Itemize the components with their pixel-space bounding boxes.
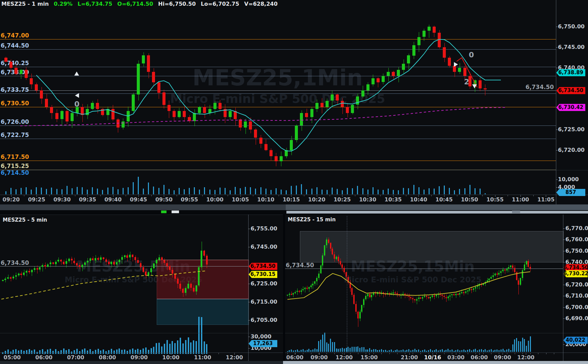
candle-body: [372, 78, 375, 84]
volume-bar: [42, 349, 43, 354]
volume-bar: [82, 187, 83, 194]
candle-body: [451, 294, 453, 295]
volume-bar: [385, 350, 386, 352]
time-axis-label: 06:00: [471, 354, 488, 361]
volume-bar: [473, 349, 474, 352]
candle-body: [392, 292, 394, 293]
candle-body: [249, 121, 252, 130]
candle-body: [443, 47, 446, 58]
candle-body: [122, 121, 125, 128]
volume-bar: [148, 350, 149, 354]
overview-mark-gray: [512, 211, 520, 213]
candle-body: [287, 295, 288, 296]
volume-bar: [140, 350, 141, 354]
candle-body: [35, 84, 38, 90]
volume-bar: [295, 350, 296, 352]
candle-body: [353, 295, 355, 304]
candle-body: [295, 292, 296, 293]
candle-body: [404, 294, 406, 295]
volume-bar: [414, 349, 415, 352]
candle-body: [377, 78, 380, 82]
candle-body: [193, 288, 195, 291]
volume-bar: [454, 351, 455, 352]
candle-wick: [450, 293, 450, 301]
volume-bar: [428, 350, 429, 352]
time-axis-label: 10:35: [385, 196, 402, 203]
scrollbar-handle-1min[interactable]: [286, 204, 588, 210]
volume-bar: [316, 187, 317, 194]
chart-1min-pane[interactable]: MESZ25 - 1 min 0.29% L=6,734.75 O=6,714.…: [0, 0, 588, 204]
axis-tick: [556, 47, 558, 48]
candle-wick: [72, 257, 72, 264]
candle-body: [299, 291, 300, 292]
volume-bar: [132, 348, 133, 354]
candle-body: [412, 45, 415, 56]
time-axis-label: 06:00: [35, 354, 53, 361]
time-axis-label: 12:00: [336, 354, 353, 361]
price-axis-label: 6,690.00: [565, 315, 588, 321]
candle-body: [134, 257, 136, 260]
swing-label: 0: [74, 100, 79, 108]
time-axis-minor-tick: [28, 353, 28, 354]
candle-body: [458, 68, 461, 72]
candle-body: [316, 278, 317, 281]
candle-body: [86, 109, 89, 115]
volume-bar: [31, 190, 32, 194]
candle-body: [443, 296, 445, 297]
last-price-left-label: 6,734.50: [1, 259, 29, 266]
candle-body: [90, 258, 91, 261]
candle-body: [524, 264, 525, 270]
candle-body: [20, 70, 23, 74]
volume-bar: [265, 189, 266, 194]
volume-bar: [293, 351, 294, 352]
session-break-line: [347, 216, 347, 353]
volume-bar: [399, 351, 400, 352]
volume-bar: [179, 188, 180, 194]
candle-body: [400, 295, 402, 296]
time-axis-minor-tick: [381, 353, 382, 354]
axis-tick: [556, 179, 558, 180]
axis-tick: [556, 130, 558, 130]
volume-bar: [55, 349, 56, 354]
volume-bar: [350, 348, 351, 352]
candle-wick: [409, 293, 409, 301]
volume-bar: [475, 188, 476, 194]
price-badge-cyan: 6,738.89: [556, 69, 585, 76]
candle-body: [408, 296, 410, 297]
volume-bar: [371, 350, 372, 352]
candle-body: [229, 111, 232, 117]
pane-divider-highlight: [286, 211, 588, 214]
candle-body: [463, 68, 466, 76]
candle-body: [264, 144, 267, 150]
volume-bar: [485, 193, 486, 194]
volume-bar: [204, 341, 205, 354]
candle-body: [4, 58, 7, 62]
candle-body: [36, 268, 38, 270]
candle-body: [132, 255, 133, 257]
time-axis-minor-tick: [457, 195, 457, 196]
volume-bar: [148, 183, 149, 194]
volume-bar: [204, 187, 205, 194]
volume-bar: [194, 187, 195, 194]
volume-bar: [367, 349, 368, 352]
scrollbar-track-bottom[interactable]: [0, 361, 283, 364]
candle-body: [326, 240, 327, 245]
candle-body: [375, 292, 376, 293]
axis-tick: [563, 251, 565, 251]
candle-body: [424, 296, 425, 297]
price-level-label: 6,744.50: [1, 42, 29, 49]
scrollbar-handle-bottom[interactable]: [283, 361, 588, 364]
volume-bar: [316, 349, 317, 352]
candle-body: [161, 257, 163, 260]
candle-body: [60, 111, 63, 119]
volume-bar: [98, 349, 99, 354]
candle-body: [244, 121, 247, 128]
volume-bar: [373, 187, 374, 194]
volume-bar: [530, 336, 531, 352]
symbol-timeframe-label: MESZ25 - 1 min: [1, 1, 49, 7]
candle-body: [39, 267, 41, 270]
volume-bar: [440, 350, 441, 352]
candle-body: [506, 269, 508, 271]
candle-body: [18, 274, 20, 275]
volume-badge: 17,263: [249, 340, 277, 347]
